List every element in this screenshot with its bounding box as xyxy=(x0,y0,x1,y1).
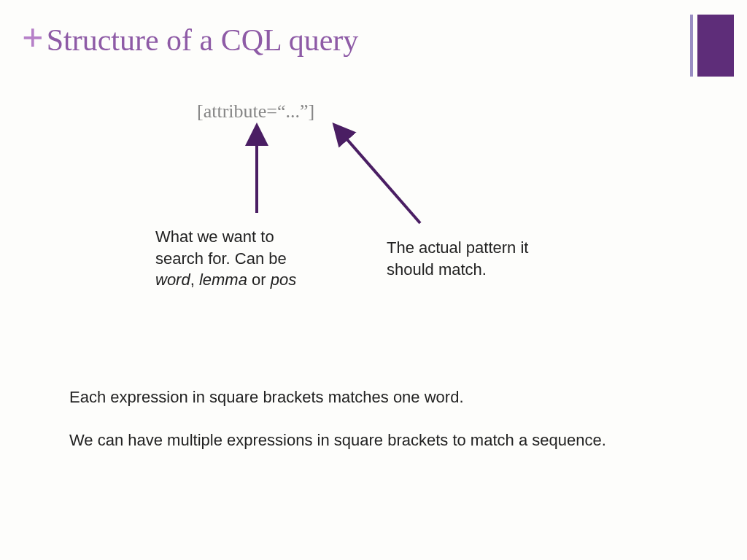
label-attribute: What we want to search for. Can be word,… xyxy=(155,226,352,291)
italic-lemma: lemma xyxy=(199,271,247,289)
plus-icon: + xyxy=(22,19,44,57)
arrows-svg xyxy=(0,0,747,560)
syntax-example: [attribute=“...”] xyxy=(197,101,314,122)
italic-pos: pos xyxy=(271,271,296,289)
label-attribute-line1: What we want to xyxy=(155,228,274,246)
corner-decoration xyxy=(690,15,734,77)
sep-or: or xyxy=(247,271,271,289)
sep-comma: , xyxy=(190,271,199,289)
label-attribute-line2: search for. Can be xyxy=(155,249,287,268)
label-pattern: The actual pattern it should match. xyxy=(387,237,584,280)
body-text: Each expression in square brackets match… xyxy=(69,386,682,452)
label-pattern-line1: The actual pattern it xyxy=(387,238,528,257)
decoration-block xyxy=(697,15,734,77)
body-paragraph-2: We can have multiple expressions in squa… xyxy=(69,429,682,452)
arrow-pattern xyxy=(340,131,420,223)
slide-title: Structure of a CQL query xyxy=(47,25,359,55)
label-pattern-line2: should match. xyxy=(387,260,487,279)
slide-title-row: + Structure of a CQL query xyxy=(22,19,358,57)
italic-word: word xyxy=(155,271,190,289)
body-paragraph-1: Each expression in square brackets match… xyxy=(69,386,682,409)
decoration-line xyxy=(690,15,693,77)
